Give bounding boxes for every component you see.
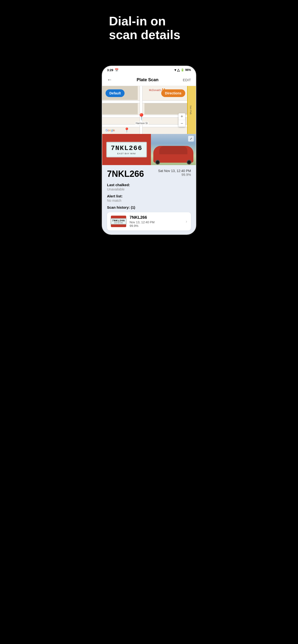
plate-info-row: 7NKL266 Sat Nov 13, 12:40 PM 99.9% (107, 169, 191, 179)
photos-row: 7NKL266 EAST BAY MINI ⤢ (102, 134, 196, 165)
map-location-pin: 📍 (137, 113, 146, 121)
scan-history-label: Scan history: (1) (107, 205, 191, 210)
back-button[interactable]: ← (107, 77, 112, 83)
scan-confidence: 99.9% (158, 173, 191, 176)
alert-list-label: Alert list: (107, 194, 191, 198)
signal-icon: △ (177, 68, 180, 72)
history-confidence: 99.9% (129, 224, 182, 228)
street-label: Harrison St (135, 122, 148, 125)
g-blue: G (106, 129, 108, 132)
hero-section: Dial-in on scan details (99, 0, 199, 66)
history-plate-subtitle: EAST BAY MINI (112, 222, 125, 224)
zoom-in-button[interactable]: + (179, 113, 185, 120)
edit-button[interactable]: EDIT (183, 78, 191, 82)
last-chalked-value: Unavailable (107, 187, 191, 191)
status-bar-left: 3:29 📅 (107, 68, 118, 72)
zoom-out-button[interactable]: − (179, 120, 185, 127)
building-block-2 (144, 103, 187, 114)
status-bar: 3:29 📅 ▾ △ 🔋 96% (102, 66, 196, 74)
last-chalked-row: Last chalked: Unavailable (107, 183, 191, 191)
map-container[interactable]: San Pab McDonald's M 📍 Harrison St (102, 86, 196, 134)
info-section: 7NKL266 Sat Nov 13, 12:40 PM 99.9% Last … (102, 165, 196, 234)
history-info: 7NKL266 Nov 13, 12:40 PM 99.9% (129, 215, 182, 228)
san-pablo-road: San Pab (187, 86, 196, 134)
chevron-right-icon: › (186, 219, 187, 224)
history-thumbnail: 7NKL266 EAST BAY MINI (111, 216, 126, 227)
alert-list-row: Alert list: No match (107, 194, 191, 202)
wifi-icon: ▾ (175, 68, 176, 72)
history-card[interactable]: 7NKL266 EAST BAY MINI 7NKL266 Nov 13, 12… (107, 212, 191, 230)
google-logo: G o o g l e (106, 129, 115, 132)
phone-frame: 3:29 📅 ▾ △ 🔋 96% ← Plate Scan EDIT San P… (102, 66, 196, 235)
plate-number-on-photo: 7NKL266 (111, 144, 142, 152)
road-v1 (140, 86, 142, 134)
road-h1 (102, 100, 187, 103)
car-silhouette (153, 146, 193, 163)
building-block-1 (102, 103, 138, 114)
alert-list-value: No match (107, 198, 191, 202)
plate-subtitle-on-photo: EAST BAY MINI (111, 152, 142, 155)
directions-button[interactable]: Directions (161, 89, 185, 97)
battery-icon: 🔋 (181, 68, 184, 72)
g-red: o (108, 129, 109, 132)
car-photo[interactable]: ⤢ (151, 134, 196, 165)
time-display: 3:29 (107, 68, 113, 72)
history-plate-number: 7NKL266 (112, 219, 125, 222)
app-header: ← Plate Scan EDIT (102, 74, 196, 86)
status-bar-right: ▾ △ 🔋 96% (175, 68, 191, 72)
scan-date: Sat Nov 13, 12:40 PM (158, 169, 191, 173)
road-h3 (102, 124, 187, 127)
battery-level: 96% (185, 68, 191, 72)
san-pablo-label: San Pab (190, 106, 192, 114)
hero-title: Dial-in on scan details (109, 14, 189, 42)
history-plate-display: 7NKL266 EAST BAY MINI (111, 218, 126, 224)
default-button[interactable]: Default (106, 89, 124, 97)
last-chalked-label: Last chalked: (107, 183, 191, 187)
calendar-icon: 📅 (115, 68, 118, 72)
mcdonalds-text: McDonald's (149, 89, 162, 92)
history-plate-text: 7NKL266 (129, 215, 182, 220)
car-roof (159, 146, 187, 154)
car-wheel-right (187, 160, 192, 164)
expand-icon[interactable]: ⤢ (188, 136, 194, 142)
map-small-pin: 📍 (124, 127, 130, 133)
history-date: Nov 13, 12:40 PM (129, 220, 182, 224)
g-yellow: o (109, 129, 111, 132)
plate-number-large: 7NKL266 (107, 169, 144, 179)
map-zoom-controls: + − (179, 113, 185, 127)
scan-meta: Sat Nov 13, 12:40 PM 99.9% (158, 169, 191, 176)
g-blue2: g (111, 129, 113, 132)
page-title: Plate Scan (136, 78, 158, 82)
plate-photo[interactable]: 7NKL266 EAST BAY MINI (102, 134, 151, 165)
plate-display: 7NKL266 EAST BAY MINI (106, 142, 147, 158)
g-red2: e (113, 129, 115, 132)
car-wheel-left (155, 160, 160, 164)
